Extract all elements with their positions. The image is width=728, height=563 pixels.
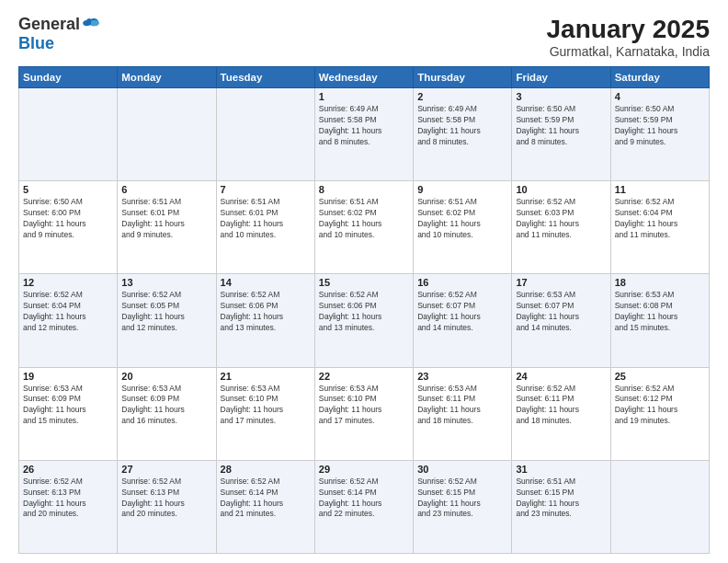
day-number: 17 [516,277,606,288]
week-row-2: 5Sunrise: 6:50 AMSunset: 6:00 PMDaylight… [19,181,710,274]
day-number: 10 [516,184,606,195]
day-info: Sunrise: 6:52 AMSunset: 6:04 PMDaylight:… [615,197,705,241]
weekday-header-row: SundayMondayTuesdayWednesdayThursdayFrid… [19,67,710,88]
week-row-3: 12Sunrise: 6:52 AMSunset: 6:04 PMDayligh… [19,274,710,367]
day-cell: 29Sunrise: 6:52 AMSunset: 6:14 PMDayligh… [314,460,413,553]
day-number: 15 [319,277,409,288]
day-number: 20 [121,371,211,382]
day-cell: 11Sunrise: 6:52 AMSunset: 6:04 PMDayligh… [610,181,709,274]
day-cell [216,88,314,181]
day-cell: 25Sunrise: 6:52 AMSunset: 6:12 PMDayligh… [610,367,709,460]
month-year: January 2025 [547,15,710,44]
day-cell: 17Sunrise: 6:53 AMSunset: 6:07 PMDayligh… [512,274,610,367]
day-cell: 7Sunrise: 6:51 AMSunset: 6:01 PMDaylight… [216,181,314,274]
day-cell: 30Sunrise: 6:52 AMSunset: 6:15 PMDayligh… [414,460,512,553]
day-cell: 8Sunrise: 6:51 AMSunset: 6:02 PMDaylight… [314,181,413,274]
day-info: Sunrise: 6:51 AMSunset: 6:15 PMDaylight:… [516,477,606,521]
day-cell: 21Sunrise: 6:53 AMSunset: 6:10 PMDayligh… [216,367,314,460]
day-number: 13 [121,277,211,288]
day-cell: 4Sunrise: 6:50 AMSunset: 5:59 PMDaylight… [610,88,709,181]
day-info: Sunrise: 6:52 AMSunset: 6:05 PMDaylight:… [121,290,211,334]
day-number: 16 [417,277,507,288]
day-cell: 5Sunrise: 6:50 AMSunset: 6:00 PMDaylight… [19,181,118,274]
day-number: 14 [221,277,311,288]
day-cell: 22Sunrise: 6:53 AMSunset: 6:10 PMDayligh… [314,367,413,460]
day-number: 26 [23,464,113,475]
day-info: Sunrise: 6:53 AMSunset: 6:09 PMDaylight:… [121,384,211,428]
day-info: Sunrise: 6:52 AMSunset: 6:06 PMDaylight:… [221,290,311,334]
day-number: 29 [319,464,409,475]
logo-blue-text: Blue [18,34,54,52]
day-info: Sunrise: 6:52 AMSunset: 6:12 PMDaylight:… [615,384,705,428]
day-info: Sunrise: 6:52 AMSunset: 6:15 PMDaylight:… [417,477,507,521]
day-number: 8 [319,184,409,195]
day-cell: 20Sunrise: 6:53 AMSunset: 6:09 PMDayligh… [118,367,216,460]
day-info: Sunrise: 6:51 AMSunset: 6:02 PMDaylight:… [417,197,507,241]
day-number: 24 [516,371,606,382]
day-cell: 9Sunrise: 6:51 AMSunset: 6:02 PMDaylight… [414,181,512,274]
day-number: 31 [516,464,606,475]
day-number: 11 [615,184,705,195]
day-cell [610,460,709,553]
weekday-header-saturday: Saturday [610,67,709,88]
day-info: Sunrise: 6:53 AMSunset: 6:07 PMDaylight:… [516,290,606,334]
day-cell: 6Sunrise: 6:51 AMSunset: 6:01 PMDaylight… [118,181,216,274]
day-info: Sunrise: 6:52 AMSunset: 6:04 PMDaylight:… [23,290,113,334]
day-number: 30 [417,464,507,475]
calendar-table: SundayMondayTuesdayWednesdayThursdayFrid… [18,66,710,554]
day-info: Sunrise: 6:49 AMSunset: 5:58 PMDaylight:… [319,104,409,148]
day-info: Sunrise: 6:52 AMSunset: 6:03 PMDaylight:… [516,197,606,241]
day-number: 25 [615,371,705,382]
day-cell [118,88,216,181]
weekday-header-thursday: Thursday [414,67,512,88]
day-number: 5 [23,184,113,195]
day-number: 1 [319,91,409,102]
day-cell: 24Sunrise: 6:52 AMSunset: 6:11 PMDayligh… [512,367,610,460]
page: General Blue January 2025 Gurmatkal, Kar… [0,0,728,563]
day-number: 18 [615,277,705,288]
day-info: Sunrise: 6:50 AMSunset: 5:59 PMDaylight:… [615,104,705,148]
weekday-header-tuesday: Tuesday [216,67,314,88]
day-info: Sunrise: 6:51 AMSunset: 6:02 PMDaylight:… [319,197,409,241]
location: Gurmatkal, Karnataka, India [547,44,710,59]
day-cell: 18Sunrise: 6:53 AMSunset: 6:08 PMDayligh… [610,274,709,367]
day-info: Sunrise: 6:50 AMSunset: 5:59 PMDaylight:… [516,104,606,148]
day-cell [19,88,118,181]
day-cell: 28Sunrise: 6:52 AMSunset: 6:14 PMDayligh… [216,460,314,553]
day-info: Sunrise: 6:52 AMSunset: 6:07 PMDaylight:… [417,290,507,334]
day-cell: 15Sunrise: 6:52 AMSunset: 6:06 PMDayligh… [314,274,413,367]
day-number: 27 [121,464,211,475]
day-number: 2 [417,91,507,102]
logo-general-text: General [18,15,80,34]
day-number: 4 [615,91,705,102]
weekday-header-monday: Monday [118,67,216,88]
header: General Blue January 2025 Gurmatkal, Kar… [18,15,710,59]
day-info: Sunrise: 6:53 AMSunset: 6:10 PMDaylight:… [319,384,409,428]
day-number: 22 [319,371,409,382]
day-cell: 23Sunrise: 6:53 AMSunset: 6:11 PMDayligh… [414,367,512,460]
day-number: 21 [221,371,311,382]
weekday-header-sunday: Sunday [19,67,118,88]
day-cell: 26Sunrise: 6:52 AMSunset: 6:13 PMDayligh… [19,460,118,553]
logo-bird-icon [82,17,100,32]
day-info: Sunrise: 6:52 AMSunset: 6:13 PMDaylight:… [121,477,211,521]
day-info: Sunrise: 6:52 AMSunset: 6:14 PMDaylight:… [221,477,311,521]
day-number: 12 [23,277,113,288]
day-number: 9 [417,184,507,195]
day-cell: 31Sunrise: 6:51 AMSunset: 6:15 PMDayligh… [512,460,610,553]
day-info: Sunrise: 6:52 AMSunset: 6:06 PMDaylight:… [319,290,409,334]
day-number: 3 [516,91,606,102]
day-cell: 10Sunrise: 6:52 AMSunset: 6:03 PMDayligh… [512,181,610,274]
day-cell: 3Sunrise: 6:50 AMSunset: 5:59 PMDaylight… [512,88,610,181]
weekday-header-friday: Friday [512,67,610,88]
day-cell: 13Sunrise: 6:52 AMSunset: 6:05 PMDayligh… [118,274,216,367]
day-cell: 12Sunrise: 6:52 AMSunset: 6:04 PMDayligh… [19,274,118,367]
day-number: 6 [121,184,211,195]
weekday-header-wednesday: Wednesday [314,67,413,88]
day-info: Sunrise: 6:52 AMSunset: 6:11 PMDaylight:… [516,384,606,428]
week-row-1: 1Sunrise: 6:49 AMSunset: 5:58 PMDaylight… [19,88,710,181]
day-number: 23 [417,371,507,382]
week-row-4: 19Sunrise: 6:53 AMSunset: 6:09 PMDayligh… [19,367,710,460]
day-info: Sunrise: 6:50 AMSunset: 6:00 PMDaylight:… [23,197,113,241]
day-info: Sunrise: 6:51 AMSunset: 6:01 PMDaylight:… [121,197,211,241]
